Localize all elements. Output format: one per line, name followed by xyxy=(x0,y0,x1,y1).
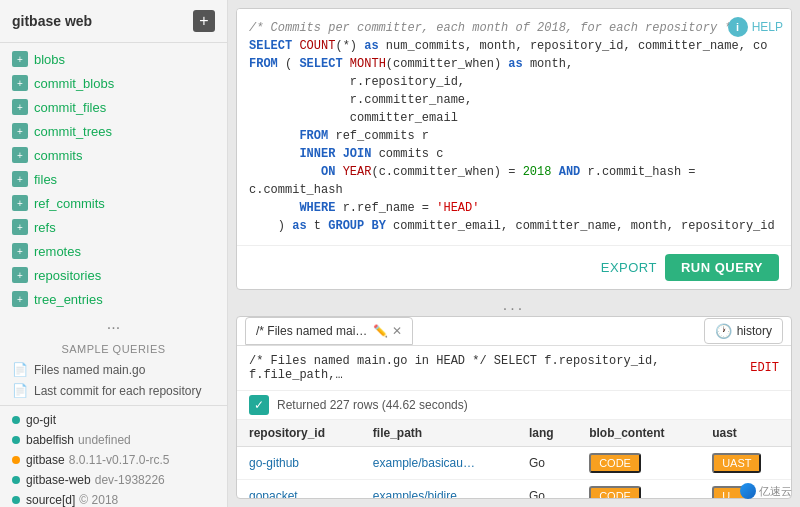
sidebar-item-files[interactable]: + files xyxy=(0,167,227,191)
sidebar-more-dots[interactable]: ... xyxy=(0,311,227,337)
kw-on: ON xyxy=(321,165,335,179)
sidebar-item-label: repositories xyxy=(34,268,101,283)
main-content: /* Commits per committer, each month of … xyxy=(228,0,800,507)
results-table: repository_id file_path lang blob_conten… xyxy=(237,420,791,498)
sidebar-db-babelfish: babelfish undefined xyxy=(0,430,227,450)
sidebar-item-label: commit_blobs xyxy=(34,76,114,91)
query-display-row: /* Files named main.go in HEAD */ SELECT… xyxy=(237,346,791,391)
sidebar-item-commit-blobs[interactable]: + commit_blobs xyxy=(0,71,227,95)
clock-icon: 🕐 xyxy=(715,323,732,339)
success-checkmark: ✓ xyxy=(249,395,269,415)
db-name: gitbase-web xyxy=(26,473,91,487)
num-year: 2018 xyxy=(523,165,552,179)
sidebar-item-blobs[interactable]: + blobs xyxy=(0,47,227,71)
sidebar-db-gitbase: gitbase 8.0.11-v0.17.0-rc.5 xyxy=(0,450,227,470)
db-status-dot xyxy=(12,456,20,464)
edit-query-link[interactable]: EDIT xyxy=(750,361,779,375)
close-tab-icon[interactable]: ✕ xyxy=(392,324,402,338)
sidebar-item-commit-files[interactable]: + commit_files xyxy=(0,95,227,119)
history-label: history xyxy=(737,324,772,338)
table-icon: + xyxy=(12,267,28,283)
col-file-path: file_path xyxy=(361,420,517,447)
fn-month: MONTH xyxy=(350,57,386,71)
sidebar-query-last-commit[interactable]: 📄 Last commit for each repository xyxy=(0,380,227,401)
table-icon: + xyxy=(12,243,28,259)
tab-label: /* Files named mai… xyxy=(256,324,367,338)
sidebar-item-remotes[interactable]: + remotes xyxy=(0,239,227,263)
table-header: repository_id file_path lang blob_conten… xyxy=(237,420,791,447)
watermark-text: 亿速云 xyxy=(759,484,792,499)
success-message: Returned 227 rows (44.62 seconds) xyxy=(277,398,468,412)
sidebar-item-commits[interactable]: + commits xyxy=(0,143,227,167)
sidebar-title: gitbase web xyxy=(12,13,92,29)
db-status-dot xyxy=(12,436,20,444)
success-row: ✓ Returned 227 rows (44.62 seconds) xyxy=(237,391,791,420)
query-toolbar: EXPORT RUN QUERY xyxy=(237,245,791,289)
db-meta: © 2018 xyxy=(79,493,118,507)
query-editor[interactable]: /* Commits per committer, each month of … xyxy=(237,9,791,245)
table-body: go-github example/basicau… Go CODE UAST … xyxy=(237,447,791,499)
cell-file-path[interactable]: examples/bidire… xyxy=(361,480,517,499)
results-table-container: repository_id file_path lang blob_conten… xyxy=(237,420,791,498)
tab-list: /* Files named mai… ✏️ ✕ xyxy=(245,317,417,345)
sidebar-item-commit-trees[interactable]: + commit_trees xyxy=(0,119,227,143)
cell-repo-id[interactable]: go-github xyxy=(237,447,361,480)
tab-bar: /* Files named mai… ✏️ ✕ 🕐 history xyxy=(237,317,791,346)
kw-as3: as xyxy=(292,219,306,233)
query-label: Files named main.go xyxy=(34,363,145,377)
sidebar-item-label: tree_entries xyxy=(34,292,103,307)
query-editor-container: /* Commits per committer, each month of … xyxy=(237,9,791,245)
bottom-query-panel: /* Files named mai… ✏️ ✕ 🕐 history /* Fi… xyxy=(236,316,792,499)
kw-where: WHERE xyxy=(299,201,335,215)
db-name: source[d] xyxy=(26,493,75,507)
export-button[interactable]: EXPORT xyxy=(601,260,657,275)
code-badge-button[interactable]: CODE xyxy=(589,453,641,473)
db-meta: dev-1938226 xyxy=(95,473,165,487)
run-query-button[interactable]: RUN QUERY xyxy=(665,254,779,281)
table-icon: + xyxy=(12,51,28,67)
sidebar-nav: + blobs + commit_blobs + commit_files + … xyxy=(0,43,227,507)
kw-and: AND xyxy=(559,165,581,179)
sidebar-item-refs[interactable]: + refs xyxy=(0,215,227,239)
kw-select2: SELECT xyxy=(299,57,342,71)
table-icon: + xyxy=(12,195,28,211)
code-badge-button[interactable]: CODE xyxy=(589,486,641,498)
db-name: gitbase xyxy=(26,453,65,467)
col-blob-content: blob_content xyxy=(577,420,700,447)
cell-blob-content: CODE xyxy=(577,480,700,499)
help-button[interactable]: HELP xyxy=(752,20,783,34)
col-lang: lang xyxy=(517,420,577,447)
cell-repo-id[interactable]: gopacket xyxy=(237,480,361,499)
sidebar-item-tree-entries[interactable]: + tree_entries xyxy=(0,287,227,311)
sidebar-db-go-git: go-git xyxy=(0,410,227,430)
uast-badge-button[interactable]: UAST xyxy=(712,453,761,473)
sidebar-add-button[interactable]: + xyxy=(193,10,215,32)
cell-lang: Go xyxy=(517,480,577,499)
cell-file-path[interactable]: example/basicau… xyxy=(361,447,517,480)
kw-group: GROUP BY xyxy=(328,219,386,233)
info-icon[interactable]: i xyxy=(728,17,748,37)
edit-tab-icon[interactable]: ✏️ xyxy=(373,324,388,338)
db-status-dot xyxy=(12,416,20,424)
history-button[interactable]: 🕐 history xyxy=(704,318,783,344)
col-uast: uast xyxy=(700,420,791,447)
info-help-area: i HELP xyxy=(728,17,783,37)
kw-as2: as xyxy=(508,57,522,71)
sidebar-db-sourced: source[d] © 2018 xyxy=(0,490,227,507)
sidebar-item-label: commit_files xyxy=(34,100,106,115)
table-row: go-github example/basicau… Go CODE UAST xyxy=(237,447,791,480)
sidebar-query-files-main[interactable]: 📄 Files named main.go xyxy=(0,359,227,380)
sidebar: gitbase web + + blobs + commit_blobs + c… xyxy=(0,0,228,507)
watermark: 亿速云 xyxy=(740,483,792,499)
sidebar-item-ref-commits[interactable]: + ref_commits xyxy=(0,191,227,215)
tab-files-main[interactable]: /* Files named mai… ✏️ ✕ xyxy=(245,317,413,345)
cell-blob-content: CODE xyxy=(577,447,700,480)
sidebar-item-repositories[interactable]: + repositories xyxy=(0,263,227,287)
kw-as1: as xyxy=(364,39,378,53)
kw-inner: INNER JOIN xyxy=(299,147,371,161)
query-preview-text: /* Files named main.go in HEAD */ SELECT… xyxy=(249,354,750,382)
sidebar-item-label: commits xyxy=(34,148,82,163)
cell-lang: Go xyxy=(517,447,577,480)
sidebar-divider xyxy=(0,405,227,406)
db-status-dot xyxy=(12,496,20,504)
